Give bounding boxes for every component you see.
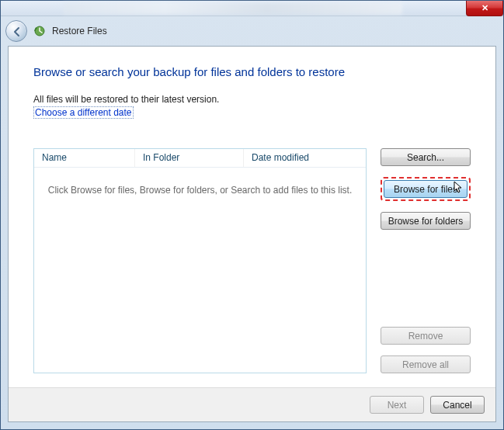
remove-all-button: Remove all — [381, 355, 471, 373]
back-button[interactable] — [5, 20, 27, 42]
column-date-modified[interactable]: Date modified — [244, 149, 366, 167]
choose-date-link[interactable]: Choose a different date — [33, 106, 134, 119]
nav-row: Restore Files — [1, 16, 503, 46]
mid-row: Name In Folder Date modified Click Brows… — [33, 148, 471, 373]
footer: Next Cancel — [9, 387, 495, 421]
address-bar-blurred — [63, 2, 402, 15]
page-title: Restore Files — [52, 26, 107, 36]
version-note: All files will be restored to their late… — [33, 94, 471, 105]
browse-files-button[interactable]: Browse for files — [384, 180, 468, 198]
titlebar: ✕ — [1, 1, 503, 16]
close-button[interactable]: ✕ — [466, 1, 503, 16]
restore-icon — [33, 25, 46, 37]
remove-button: Remove — [381, 327, 471, 345]
back-arrow-icon — [12, 26, 23, 37]
restore-files-window: ✕ Restore Files Browse or search your ba… — [0, 0, 504, 430]
next-button: Next — [370, 396, 424, 414]
list-empty-message: Click Browse for files, Browse for folde… — [34, 168, 366, 373]
file-list: Name In Folder Date modified Click Brows… — [33, 148, 367, 373]
browse-files-highlight: Browse for files — [381, 177, 471, 201]
content-panel: Browse or search your backup for files a… — [8, 46, 496, 422]
browse-folders-button[interactable]: Browse for folders — [381, 212, 471, 230]
column-name[interactable]: Name — [34, 149, 135, 167]
column-in-folder[interactable]: In Folder — [135, 149, 244, 167]
cancel-button[interactable]: Cancel — [430, 396, 485, 414]
side-buttons: Search... Browse for files Browse for fo… — [381, 148, 471, 373]
list-header: Name In Folder Date modified — [34, 149, 366, 168]
main-heading: Browse or search your backup for files a… — [33, 65, 471, 78]
search-button[interactable]: Search... — [381, 148, 471, 166]
